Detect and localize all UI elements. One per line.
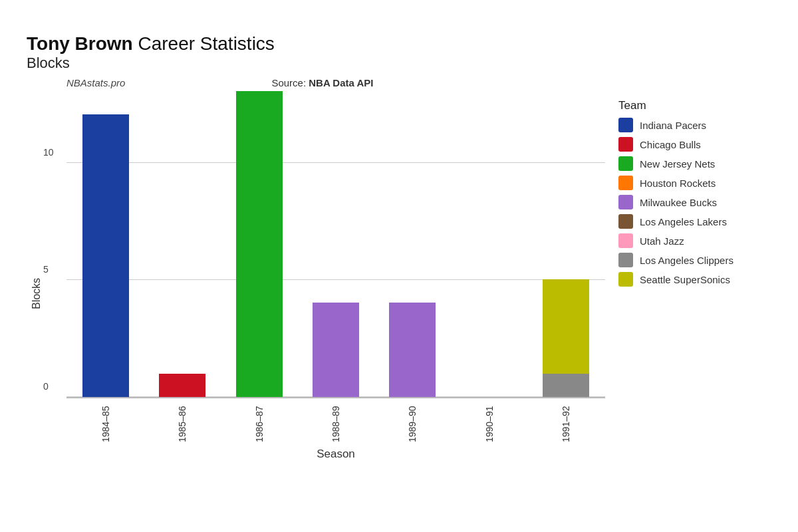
plot-and-legend: 0510 1984–851985–861986–871988–891989–90… bbox=[47, 92, 771, 461]
x-label: 1986–87 bbox=[227, 402, 291, 442]
bar-segment bbox=[82, 114, 129, 397]
grid-bars: 0510 bbox=[66, 92, 605, 398]
x-label: 1988–89 bbox=[303, 402, 368, 442]
source-row: NBAstats.pro Source: NBA Data API bbox=[66, 77, 771, 88]
bar-stack bbox=[389, 303, 436, 397]
legend-swatch bbox=[618, 195, 633, 209]
legend-label: Utah Jazz bbox=[640, 235, 684, 247]
legend-item: Los Angeles Clippers bbox=[618, 253, 771, 267]
title-block: Tony Brown Career Statistics Blocks bbox=[27, 33, 771, 72]
legend-swatch bbox=[618, 214, 633, 229]
chart-area: Blocks 0510 1984–851985–861986–871988–89… bbox=[27, 92, 771, 461]
chart-title: Tony Brown Career Statistics bbox=[27, 33, 771, 55]
legend-swatch bbox=[618, 118, 633, 132]
plot-area: 0510 1984–851985–861986–871988–891989–90… bbox=[66, 92, 605, 461]
x-label: 1990–91 bbox=[457, 402, 521, 442]
legend-label: Seattle SuperSonics bbox=[640, 274, 730, 285]
chart-container: Tony Brown Career Statistics Blocks NBAs… bbox=[13, 13, 785, 519]
legend-item: Seattle SuperSonics bbox=[618, 272, 771, 287]
bar-group bbox=[227, 91, 291, 397]
legend-item: Utah Jazz bbox=[618, 233, 771, 248]
legend-item: Chicago Bulls bbox=[618, 137, 771, 152]
bar-stack bbox=[313, 303, 359, 397]
bar-segment bbox=[313, 303, 359, 397]
grid-label: 10 bbox=[43, 147, 54, 158]
legend-label: Houston Rockets bbox=[640, 178, 716, 189]
bar-segment bbox=[389, 303, 436, 397]
legend-swatch bbox=[618, 272, 633, 287]
bar-segment bbox=[543, 279, 589, 374]
source-label: Source: bbox=[271, 77, 309, 88]
legend-swatch bbox=[618, 176, 633, 190]
title-name-bold: Tony Brown bbox=[27, 33, 133, 54]
x-label: 1985–86 bbox=[150, 402, 214, 442]
bar-group bbox=[303, 303, 368, 397]
bar-stack bbox=[236, 91, 283, 397]
legend-swatch bbox=[618, 137, 633, 152]
chart-subtitle: Blocks bbox=[27, 55, 771, 72]
legend-label: Milwaukee Bucks bbox=[640, 197, 717, 208]
x-labels: 1984–851985–861986–871988–891989–901990–… bbox=[66, 402, 605, 442]
bar-group bbox=[73, 114, 138, 397]
x-label: 1991–92 bbox=[534, 402, 598, 442]
legend-label: New Jersey Nets bbox=[640, 158, 715, 170]
bars-row bbox=[66, 92, 605, 397]
legend-item: Houston Rockets bbox=[618, 176, 771, 190]
bar-group bbox=[380, 303, 445, 397]
legend-label: Indiana Pacers bbox=[640, 120, 706, 131]
legend-item: Indiana Pacers bbox=[618, 118, 771, 132]
source-right: Source: NBA Data API bbox=[271, 77, 373, 88]
legend-item: Los Angeles Lakers bbox=[618, 214, 771, 229]
legend-swatch bbox=[618, 233, 633, 248]
bar-segment bbox=[236, 91, 283, 397]
legend-swatch bbox=[618, 253, 633, 267]
bar-stack bbox=[82, 114, 129, 397]
bar-group bbox=[534, 279, 598, 397]
legend-items: Indiana PacersChicago BullsNew Jersey Ne… bbox=[618, 118, 771, 287]
x-label: 1989–90 bbox=[380, 402, 445, 442]
source-italic: NBAstats.pro bbox=[66, 77, 125, 88]
bar-segment bbox=[543, 374, 589, 397]
legend-label: Los Angeles Clippers bbox=[640, 255, 733, 266]
x-axis-title: Season bbox=[66, 448, 605, 461]
legend-item: Milwaukee Bucks bbox=[618, 195, 771, 209]
legend-title: Team bbox=[618, 99, 771, 112]
legend-label: Los Angeles Lakers bbox=[640, 216, 727, 227]
source-bold: NBA Data API bbox=[309, 77, 373, 88]
bar-stack bbox=[159, 374, 205, 397]
title-name-rest: Career Statistics bbox=[133, 33, 275, 54]
legend-label: Chicago Bulls bbox=[640, 139, 701, 150]
grid-label: 5 bbox=[43, 264, 49, 275]
bar-group bbox=[150, 374, 214, 397]
bar-stack bbox=[543, 279, 589, 397]
x-label: 1984–85 bbox=[73, 402, 138, 442]
legend-swatch bbox=[618, 156, 633, 171]
legend-item: New Jersey Nets bbox=[618, 156, 771, 171]
grid-label: 0 bbox=[43, 381, 49, 392]
legend: Team Indiana PacersChicago BullsNew Jers… bbox=[618, 92, 771, 461]
bar-segment bbox=[159, 374, 205, 397]
